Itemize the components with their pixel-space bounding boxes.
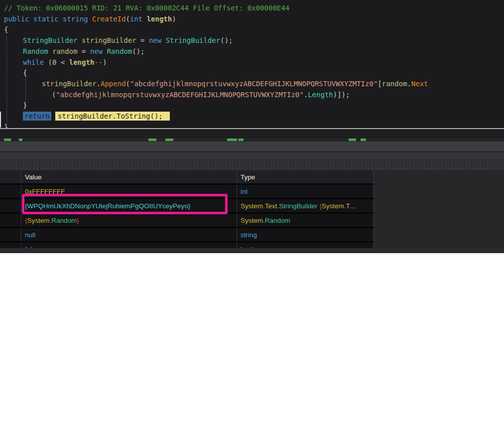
type-token: Random xyxy=(265,217,290,224)
locals-cell-value: {WPQHmUkXhDNonpYUtejRuhiemPgQOIIUYceyPey… xyxy=(21,199,237,212)
locals-cell-name xyxy=(0,228,21,241)
code-fragment xyxy=(239,139,244,141)
dark-band xyxy=(0,248,504,253)
cropped-code-fragments xyxy=(0,138,504,142)
code-token: Random xyxy=(107,47,132,55)
code-fragment xyxy=(165,139,173,141)
code-token: int xyxy=(130,15,142,23)
locals-cell-name xyxy=(0,185,21,198)
type-token: System xyxy=(241,217,263,224)
locals-row[interactable]: nullstring xyxy=(0,228,374,243)
code-fragment xyxy=(227,139,237,141)
code-fragment xyxy=(361,139,366,141)
code-token: -- xyxy=(94,58,103,66)
code-token: { xyxy=(4,25,8,33)
code-line: while (0 < length--) xyxy=(0,57,504,68)
code-line: // Token: 0x06000015 RID: 21 RVA: 0x0000… xyxy=(0,3,504,14)
bottom-background: ▾AppData▾Roaming▾ hare with▾BurnNe Name … xyxy=(0,253,504,432)
code-line: ("abcdefghijklmnopqrstuvwxyzABCDEFGHIJKL… xyxy=(0,90,504,101)
code-token: length xyxy=(69,58,95,66)
code-token xyxy=(78,36,82,44)
code-token: new xyxy=(149,36,161,44)
code-token: = xyxy=(136,36,149,44)
code-token: . xyxy=(97,80,101,88)
code-token: [ xyxy=(378,80,381,88)
code-token: length xyxy=(147,15,172,23)
type-token: StringBuilder xyxy=(279,202,317,210)
dark-band xyxy=(0,129,504,138)
code-line: } xyxy=(0,100,504,111)
code-line: stringBuilder.Append("abcdefghijklmnopqr… xyxy=(0,79,504,90)
code-token xyxy=(142,15,146,23)
code-token: (); xyxy=(132,47,144,55)
code-line: return stringBuilder.ToString(); xyxy=(0,111,504,122)
code-token: StringBuilder xyxy=(23,36,78,44)
gray-band xyxy=(0,152,504,158)
code-token: = xyxy=(78,47,90,55)
code-token: ( xyxy=(44,58,52,66)
locals-cell-type: string xyxy=(237,228,374,241)
decompiler-code-view[interactable]: // Token: 0x06000015 RID: 21 RVA: 0x0000… xyxy=(0,0,504,128)
code-fragment xyxy=(349,139,356,141)
code-token: . xyxy=(304,91,308,99)
locals-cell-value: {System.Random} xyxy=(21,214,237,227)
locals-cell-name xyxy=(0,214,21,227)
code-token: Random xyxy=(23,47,48,55)
code-token: } xyxy=(4,123,8,128)
code-line: } xyxy=(0,122,504,128)
code-line: public static string CreateId(int length… xyxy=(0,14,504,25)
code-token xyxy=(48,47,52,55)
locals-header-row: Value Type xyxy=(0,170,374,185)
column-header-value[interactable]: Value xyxy=(21,170,237,183)
code-token: ( xyxy=(126,80,130,88)
value-token: System xyxy=(27,217,50,224)
type-token: string xyxy=(241,231,257,239)
code-fragment xyxy=(4,139,11,141)
code-token: (); xyxy=(220,36,233,44)
value-token: Random xyxy=(51,217,77,224)
code-token: stringBuilder xyxy=(82,36,136,44)
splitter-grip[interactable] xyxy=(0,158,504,170)
locals-row[interactable]: {System.Random}System.Random xyxy=(0,214,374,228)
code-token: stringBuilder.ToString(); xyxy=(55,112,170,121)
type-token: System.Text. xyxy=(241,202,279,210)
locals-cell-value: null xyxy=(21,228,237,241)
locals-table: Value Type 0xFFFFFFFFint{WPQHmUkXhDNonpY… xyxy=(0,170,374,257)
code-token xyxy=(51,112,55,120)
code-token: Next xyxy=(411,80,428,88)
code-token: new xyxy=(90,47,103,55)
value-token: null xyxy=(25,231,35,239)
screenshot-stage: // Token: 0x06000015 RID: 21 RVA: 0x0000… xyxy=(0,0,504,432)
locals-row[interactable]: {WPQHmUkXhDNonpYUtejRuhiemPgQOIIUYceyPey… xyxy=(0,199,374,214)
code-token: { xyxy=(23,69,27,77)
code-fragment xyxy=(19,139,22,141)
column-header-name[interactable] xyxy=(0,170,21,183)
type-token: int xyxy=(241,188,248,195)
code-token: stringBuilder xyxy=(42,80,97,88)
type-token: System.T xyxy=(322,202,350,210)
locals-cell-value: 0xFFFFFFFF xyxy=(21,185,237,198)
code-token: StringBuilder xyxy=(166,36,221,44)
current-line-margin-tick xyxy=(0,112,1,128)
locals-cell-type: int xyxy=(237,185,374,198)
code-token: "abcdefghijklmnopqrstuvwxyzABCDEFGHIJKLM… xyxy=(130,80,378,88)
value-token: } xyxy=(77,217,79,224)
code-token: while xyxy=(23,58,44,66)
code-lines: // Token: 0x06000015 RID: 21 RVA: 0x0000… xyxy=(0,0,504,128)
code-token: } xyxy=(23,101,27,109)
code-token xyxy=(103,47,107,55)
code-token xyxy=(161,36,165,44)
code-line: Random random = new Random(); xyxy=(0,46,504,57)
code-fragment xyxy=(148,139,156,141)
column-header-type[interactable]: Type xyxy=(237,170,374,183)
locals-cell-type: System.Random xyxy=(237,214,374,227)
code-token: ( xyxy=(126,15,129,23)
code-token: . xyxy=(407,80,411,88)
locals-cell-name xyxy=(0,199,21,212)
code-line: { xyxy=(0,24,504,35)
code-token: Length xyxy=(308,91,333,99)
code-token: return xyxy=(23,112,51,121)
code-token: random xyxy=(52,47,78,55)
locals-row[interactable]: 0xFFFFFFFFint xyxy=(0,185,374,199)
gray-band xyxy=(0,142,504,151)
